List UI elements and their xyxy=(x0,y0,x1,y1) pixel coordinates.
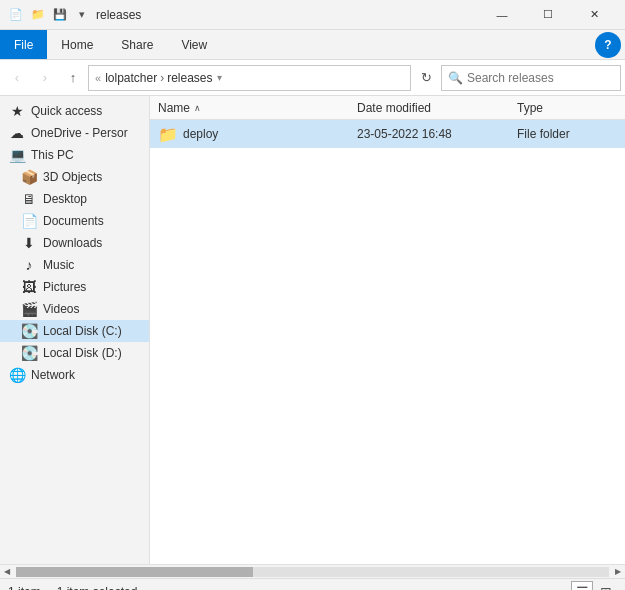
main-layout: ★ Quick access ☁ OneDrive - Persor 💻 Thi… xyxy=(0,96,625,564)
maximize-button[interactable]: ☐ xyxy=(525,0,571,30)
refresh-button[interactable]: ↻ xyxy=(413,65,439,91)
sidebar-item-label: This PC xyxy=(31,148,74,162)
search-icon: 🔍 xyxy=(448,71,463,85)
sidebar-item-label: Quick access xyxy=(31,104,102,118)
sidebar-item-videos[interactable]: 🎬 Videos xyxy=(0,298,149,320)
sidebar-item-label: Music xyxy=(43,258,74,272)
save-icon: 💾 xyxy=(52,7,68,23)
sort-arrow: ∧ xyxy=(194,103,201,113)
item-count: 1 item xyxy=(8,585,41,591)
sidebar-item-desktop[interactable]: 🖥 Desktop xyxy=(0,188,149,210)
file-name: deploy xyxy=(183,127,357,141)
horizontal-scrollbar[interactable]: ◀ ▶ xyxy=(0,564,625,578)
onedrive-icon: ☁ xyxy=(8,125,26,141)
quick-access-icon: ★ xyxy=(8,103,26,119)
column-header-type[interactable]: Type xyxy=(517,101,617,115)
minimize-button[interactable]: — xyxy=(479,0,525,30)
search-input[interactable] xyxy=(467,71,617,85)
sidebar-item-label: Local Disk (C:) xyxy=(43,324,122,338)
sidebar-item-local-disk-d[interactable]: 💽 Local Disk (D:) xyxy=(0,342,149,364)
close-button[interactable]: ✕ xyxy=(571,0,617,30)
help-button[interactable]: ? xyxy=(595,32,621,58)
tiles-view-button[interactable]: ⊞ xyxy=(595,581,617,591)
sidebar-item-downloads[interactable]: ⬇ Downloads xyxy=(0,232,149,254)
sidebar-item-pictures[interactable]: 🖼 Pictures xyxy=(0,276,149,298)
back-button[interactable]: ‹ xyxy=(4,65,30,91)
scroll-right-button[interactable]: ▶ xyxy=(611,565,625,579)
sidebar-item-label: Local Disk (D:) xyxy=(43,346,122,360)
title-bar-icons: 📄 📁 💾 ▾ xyxy=(8,7,90,23)
breadcrumb-dropdown-arrow[interactable]: ▾ xyxy=(217,72,222,83)
search-box[interactable]: 🔍 xyxy=(441,65,621,91)
ribbon-tab-file[interactable]: File xyxy=(0,30,47,59)
sidebar-item-music[interactable]: ♪ Music xyxy=(0,254,149,276)
breadcrumb-lolpatcher[interactable]: lolpatcher xyxy=(105,71,157,85)
sidebar-item-quick-access[interactable]: ★ Quick access xyxy=(0,100,149,122)
3d-objects-icon: 📦 xyxy=(20,169,38,185)
sidebar-item-this-pc[interactable]: 💻 This PC xyxy=(0,144,149,166)
column-header-date[interactable]: Date modified xyxy=(357,101,517,115)
up-button[interactable]: ↑ xyxy=(60,65,86,91)
quick-access-icon: 📄 xyxy=(8,7,24,23)
window-title: releases xyxy=(96,8,141,22)
breadcrumb-double-arrow: « xyxy=(95,72,101,84)
scroll-thumb[interactable] xyxy=(16,567,253,577)
file-date-modified: 23-05-2022 16:48 xyxy=(357,127,517,141)
desktop-icon: 🖥 xyxy=(20,191,38,207)
sidebar-item-label: Pictures xyxy=(43,280,86,294)
ribbon-tab-home[interactable]: Home xyxy=(47,30,107,59)
view-controls: ☰ ⊞ xyxy=(571,581,617,591)
sidebar-item-network[interactable]: 🌐 Network xyxy=(0,364,149,386)
videos-icon: 🎬 xyxy=(20,301,38,317)
column-name-label: Name xyxy=(158,101,190,115)
sidebar-item-label: 3D Objects xyxy=(43,170,102,184)
address-path[interactable]: « lolpatcher › releases ▾ xyxy=(88,65,411,91)
sidebar-item-label: Videos xyxy=(43,302,79,316)
local-disk-c-icon: 💽 xyxy=(20,323,38,339)
scroll-left-button[interactable]: ◀ xyxy=(0,565,14,579)
column-headers: Name ∧ Date modified Type xyxy=(150,96,625,120)
ribbon: File Home Share View ? xyxy=(0,30,625,60)
status-bar: 1 item 1 item selected ☰ ⊞ xyxy=(0,578,625,590)
downloads-icon: ⬇ xyxy=(20,235,38,251)
file-list: 📁 deploy 23-05-2022 16:48 File folder xyxy=(150,120,625,564)
sidebar: ★ Quick access ☁ OneDrive - Persor 💻 Thi… xyxy=(0,96,150,564)
network-icon: 🌐 xyxy=(8,367,26,383)
folder-icon: 📁 xyxy=(158,125,178,144)
window-controls: — ☐ ✕ xyxy=(479,0,617,30)
column-header-name[interactable]: Name ∧ xyxy=(158,101,357,115)
ribbon-tab-share[interactable]: Share xyxy=(107,30,167,59)
details-view-button[interactable]: ☰ xyxy=(571,581,593,591)
sidebar-item-label: Network xyxy=(31,368,75,382)
sidebar-item-label: OneDrive - Persor xyxy=(31,126,128,140)
sidebar-item-label: Desktop xyxy=(43,192,87,206)
table-row[interactable]: 📁 deploy 23-05-2022 16:48 File folder xyxy=(150,120,625,148)
file-content: Name ∧ Date modified Type 📁 deploy 23-05… xyxy=(150,96,625,564)
breadcrumb-releases[interactable]: releases xyxy=(167,71,212,85)
sidebar-item-onedrive[interactable]: ☁ OneDrive - Persor xyxy=(0,122,149,144)
folder-icon: 📁 xyxy=(30,7,46,23)
sidebar-item-local-disk-c[interactable]: 💽 Local Disk (C:) xyxy=(0,320,149,342)
sidebar-item-documents[interactable]: 📄 Documents xyxy=(0,210,149,232)
selected-count: 1 item selected xyxy=(57,585,138,591)
dropdown-arrow-icon[interactable]: ▾ xyxy=(74,7,90,23)
pictures-icon: 🖼 xyxy=(20,279,38,295)
address-bar: ‹ › ↑ « lolpatcher › releases ▾ ↻ 🔍 xyxy=(0,60,625,96)
ribbon-tab-view[interactable]: View xyxy=(167,30,221,59)
local-disk-d-icon: 💽 xyxy=(20,345,38,361)
sidebar-item-label: Documents xyxy=(43,214,104,228)
scroll-track[interactable] xyxy=(16,567,609,577)
documents-icon: 📄 xyxy=(20,213,38,229)
sidebar-item-3d-objects[interactable]: 📦 3D Objects xyxy=(0,166,149,188)
forward-button[interactable]: › xyxy=(32,65,58,91)
music-icon: ♪ xyxy=(20,257,38,273)
sidebar-item-label: Downloads xyxy=(43,236,102,250)
file-type: File folder xyxy=(517,127,617,141)
this-pc-icon: 💻 xyxy=(8,147,26,163)
title-bar: 📄 📁 💾 ▾ releases — ☐ ✕ xyxy=(0,0,625,30)
breadcrumb-sep1: › xyxy=(160,71,164,85)
